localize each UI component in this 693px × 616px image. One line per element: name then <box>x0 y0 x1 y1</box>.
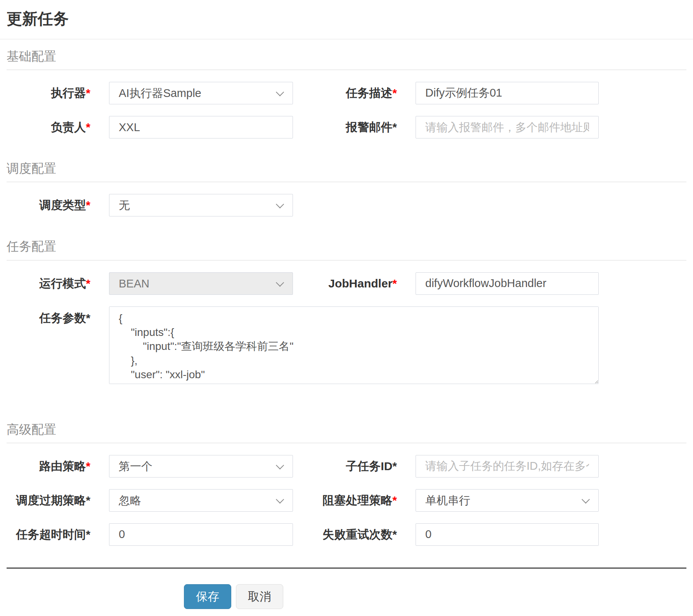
update-job-form: 更新任务 基础配置 执行器* AI执行器Sample 任务描述* 负责人* 报警… <box>0 10 693 609</box>
block-strategy-select[interactable]: 单机串行 <box>416 489 599 512</box>
page-title: 更新任务 <box>7 10 686 27</box>
route-strategy-label-text: 路由策略 <box>39 460 86 472</box>
executor-label-text: 执行器 <box>51 87 86 99</box>
route-strategy-label: 路由策略* <box>7 459 109 473</box>
block-strategy-label-text: 阻塞处理策略 <box>322 494 392 507</box>
run-mode-select-disabled: BEAN <box>109 272 293 295</box>
footer-buttons: 保存 取消 <box>7 584 686 609</box>
footer-divider <box>7 568 686 569</box>
form-row: 路由策略* 第一个 子任务ID* <box>7 455 686 478</box>
job-handler-label: JobHandler* <box>293 277 416 291</box>
child-job-id-label: 子任务ID* <box>293 459 416 473</box>
form-row: 任务参数* { "inputs":{ "input":"查询班级各学科前三名" … <box>7 306 686 384</box>
required-asterisk: * <box>86 121 90 133</box>
job-desc-label: 任务描述* <box>293 86 416 100</box>
job-handler-label-text: JobHandler <box>328 277 392 290</box>
job-param-label: 任务参数* <box>7 306 109 325</box>
section-heading-schedule: 调度配置 <box>7 162 686 182</box>
alarm-email-input[interactable] <box>416 116 599 138</box>
misfire-strategy-label: 调度过期策略* <box>7 493 109 507</box>
form-row: 任务超时时间* 失败重试次数* <box>7 523 686 546</box>
required-asterisk: * <box>86 87 90 99</box>
required-asterisk: * <box>392 87 397 99</box>
required-asterisk: * <box>392 277 397 290</box>
run-mode-label-text: 运行模式 <box>39 277 86 290</box>
required-asterisk: * <box>86 460 90 472</box>
job-desc-input[interactable] <box>416 82 599 104</box>
required-asterisk: * <box>86 277 90 290</box>
section-heading-task: 任务配置 <box>7 240 686 260</box>
cancel-button[interactable]: 取消 <box>236 584 283 609</box>
retry-count-input[interactable] <box>416 523 599 546</box>
alarm-email-label: 报警邮件* <box>293 120 416 134</box>
owner-label-text: 负责人 <box>51 121 86 133</box>
block-strategy-select-wrap: 单机串行 <box>416 489 599 512</box>
misfire-strategy-select-wrap: 忽略 <box>109 489 293 512</box>
block-strategy-label: 阻塞处理策略* <box>293 493 416 507</box>
child-job-id-input[interactable] <box>416 455 599 478</box>
executor-select[interactable]: AI执行器Sample <box>109 82 293 104</box>
form-row: 执行器* AI执行器Sample 任务描述* <box>7 82 686 104</box>
form-row: 调度类型* 无 <box>7 194 686 216</box>
route-strategy-select-wrap: 第一个 <box>109 455 293 478</box>
header-divider <box>0 39 693 40</box>
timeout-input[interactable] <box>109 523 293 546</box>
run-mode-select-wrap: BEAN <box>109 272 293 295</box>
form-row: 运行模式* BEAN JobHandler* <box>7 272 686 295</box>
section-heading-basic: 基础配置 <box>7 50 686 70</box>
owner-label: 负责人* <box>7 120 109 134</box>
save-button[interactable]: 保存 <box>184 584 231 609</box>
required-asterisk: * <box>86 199 90 211</box>
executor-select-wrap: AI执行器Sample <box>109 82 293 104</box>
job-param-textarea[interactable]: { "inputs":{ "input":"查询班级各学科前三名" }, "us… <box>109 306 599 384</box>
schedule-type-select-wrap: 无 <box>109 194 293 216</box>
route-strategy-select[interactable]: 第一个 <box>109 455 293 478</box>
schedule-type-label-text: 调度类型 <box>39 199 86 211</box>
job-handler-input[interactable] <box>416 272 599 295</box>
schedule-type-select[interactable]: 无 <box>109 194 293 216</box>
retry-count-label: 失败重试次数* <box>293 528 416 542</box>
executor-label: 执行器* <box>7 86 109 100</box>
run-mode-label: 运行模式* <box>7 277 109 291</box>
schedule-type-label: 调度类型* <box>7 198 109 212</box>
form-row: 调度过期策略* 忽略 阻塞处理策略* 单机串行 <box>7 489 686 512</box>
form-row: 负责人* 报警邮件* <box>7 116 686 138</box>
job-desc-label-text: 任务描述 <box>346 87 392 99</box>
owner-input[interactable] <box>109 116 293 138</box>
misfire-strategy-select[interactable]: 忽略 <box>109 489 293 512</box>
required-asterisk: * <box>392 494 397 507</box>
timeout-label: 任务超时时间* <box>7 528 109 542</box>
section-heading-advanced: 高级配置 <box>7 423 686 443</box>
